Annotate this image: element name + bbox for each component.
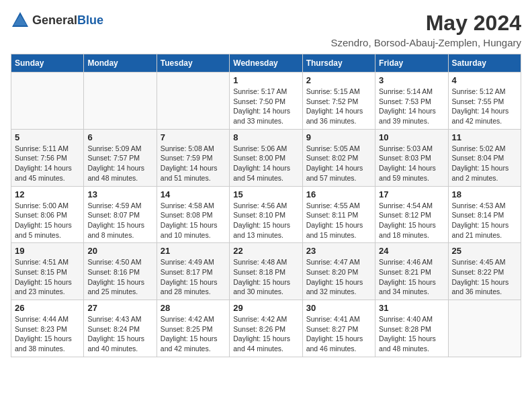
- cell-day-number: 5: [15, 132, 80, 142]
- cell-day-number: 29: [233, 303, 298, 313]
- cell-sun-info: Sunrise: 4:53 AMSunset: 8:14 PMDaylight:…: [452, 201, 517, 240]
- cell-sun-info: Sunrise: 5:11 AMSunset: 7:56 PMDaylight:…: [15, 144, 80, 183]
- cell-sun-info: Sunrise: 4:50 AMSunset: 8:16 PMDaylight:…: [87, 257, 152, 297]
- calendar-cell: 2Sunrise: 5:15 AMSunset: 7:52 PMDaylight…: [302, 73, 375, 130]
- cell-day-number: 4: [452, 75, 517, 85]
- calendar-cell: 30Sunrise: 4:41 AMSunset: 8:27 PMDayligh…: [302, 300, 375, 357]
- cell-sun-info: Sunrise: 4:58 AMSunset: 8:08 PMDaylight:…: [161, 201, 226, 240]
- calendar-cell: [11, 73, 84, 130]
- calendar-cell: 12Sunrise: 5:00 AMSunset: 8:06 PMDayligh…: [11, 186, 84, 243]
- cell-sun-info: Sunrise: 5:03 AMSunset: 8:03 PMDaylight:…: [379, 144, 444, 183]
- calendar-cell: 28Sunrise: 4:42 AMSunset: 8:25 PMDayligh…: [157, 300, 229, 357]
- cell-day-number: 15: [233, 189, 298, 199]
- calendar-cell: 17Sunrise: 4:54 AMSunset: 8:12 PMDayligh…: [375, 186, 448, 243]
- cell-day-number: 2: [306, 75, 371, 85]
- logo-icon: [11, 11, 30, 30]
- cell-sun-info: Sunrise: 5:05 AMSunset: 8:02 PMDaylight:…: [306, 144, 371, 183]
- cell-sun-info: Sunrise: 4:41 AMSunset: 8:27 PMDaylight:…: [306, 314, 371, 354]
- cell-sun-info: Sunrise: 4:48 AMSunset: 8:18 PMDaylight:…: [233, 257, 298, 297]
- calendar-cell: 23Sunrise: 4:47 AMSunset: 8:20 PMDayligh…: [302, 243, 375, 300]
- cell-sun-info: Sunrise: 5:14 AMSunset: 7:53 PMDaylight:…: [379, 87, 444, 126]
- calendar-cell: 29Sunrise: 4:42 AMSunset: 8:26 PMDayligh…: [230, 300, 302, 357]
- day-of-week-header: Monday: [84, 54, 157, 73]
- cell-sun-info: Sunrise: 5:06 AMSunset: 8:00 PMDaylight:…: [233, 144, 298, 183]
- cell-sun-info: Sunrise: 4:47 AMSunset: 8:20 PMDaylight:…: [306, 257, 371, 297]
- cell-day-number: 9: [306, 132, 371, 142]
- calendar-header-row: SundayMondayTuesdayWednesdayThursdayFrid…: [11, 54, 521, 73]
- calendar-cell: 20Sunrise: 4:50 AMSunset: 8:16 PMDayligh…: [84, 243, 157, 300]
- day-of-week-header: Sunday: [11, 54, 84, 73]
- cell-day-number: 26: [15, 303, 80, 313]
- cell-sun-info: Sunrise: 4:46 AMSunset: 8:21 PMDaylight:…: [379, 257, 444, 297]
- cell-day-number: 1: [233, 75, 298, 85]
- calendar-cell: 16Sunrise: 4:55 AMSunset: 8:11 PMDayligh…: [302, 186, 375, 243]
- cell-day-number: 11: [452, 132, 517, 142]
- cell-sun-info: Sunrise: 5:12 AMSunset: 7:55 PMDaylight:…: [452, 87, 517, 126]
- cell-sun-info: Sunrise: 5:08 AMSunset: 7:59 PMDaylight:…: [161, 144, 226, 183]
- calendar-cell: 1Sunrise: 5:17 AMSunset: 7:50 PMDaylight…: [230, 73, 302, 130]
- cell-day-number: 13: [87, 189, 152, 199]
- calendar-cell: 8Sunrise: 5:06 AMSunset: 8:00 PMDaylight…: [230, 129, 302, 186]
- calendar-cell: 21Sunrise: 4:49 AMSunset: 8:17 PMDayligh…: [157, 243, 229, 300]
- day-of-week-header: Saturday: [448, 54, 521, 73]
- cell-sun-info: Sunrise: 4:56 AMSunset: 8:10 PMDaylight:…: [233, 201, 298, 240]
- cell-day-number: 18: [452, 189, 517, 199]
- cell-day-number: 6: [87, 132, 152, 142]
- cell-sun-info: Sunrise: 4:55 AMSunset: 8:11 PMDaylight:…: [306, 201, 371, 240]
- cell-day-number: 16: [306, 189, 371, 199]
- calendar-cell: 15Sunrise: 4:56 AMSunset: 8:10 PMDayligh…: [230, 186, 302, 243]
- cell-sun-info: Sunrise: 4:49 AMSunset: 8:17 PMDaylight:…: [161, 257, 226, 297]
- cell-sun-info: Sunrise: 4:42 AMSunset: 8:26 PMDaylight:…: [233, 314, 298, 354]
- cell-day-number: 8: [233, 132, 298, 142]
- day-of-week-header: Thursday: [302, 54, 375, 73]
- calendar-cell: [157, 73, 229, 130]
- page-header: GeneralBlue May 2024 Szendro, Borsod-Aba…: [11, 11, 521, 48]
- calendar-cell: 25Sunrise: 4:45 AMSunset: 8:22 PMDayligh…: [448, 243, 521, 300]
- cell-day-number: 20: [87, 246, 152, 256]
- main-title: May 2024: [331, 11, 521, 36]
- calendar-cell: 18Sunrise: 4:53 AMSunset: 8:14 PMDayligh…: [448, 186, 521, 243]
- cell-day-number: 28: [161, 303, 226, 313]
- cell-day-number: 21: [161, 246, 226, 256]
- cell-day-number: 7: [161, 132, 226, 142]
- cell-day-number: 3: [379, 75, 444, 85]
- cell-sun-info: Sunrise: 4:51 AMSunset: 8:15 PMDaylight:…: [15, 257, 80, 297]
- calendar-week-row: 12Sunrise: 5:00 AMSunset: 8:06 PMDayligh…: [11, 186, 521, 243]
- cell-sun-info: Sunrise: 4:44 AMSunset: 8:23 PMDaylight:…: [15, 314, 80, 354]
- calendar-cell: [448, 300, 521, 357]
- calendar-cell: 6Sunrise: 5:09 AMSunset: 7:57 PMDaylight…: [84, 129, 157, 186]
- cell-day-number: 27: [87, 303, 152, 313]
- cell-day-number: 10: [379, 132, 444, 142]
- cell-day-number: 30: [306, 303, 371, 313]
- cell-day-number: 17: [379, 189, 444, 199]
- cell-day-number: 12: [15, 189, 80, 199]
- calendar-cell: 3Sunrise: 5:14 AMSunset: 7:53 PMDaylight…: [375, 73, 448, 130]
- cell-sun-info: Sunrise: 4:42 AMSunset: 8:25 PMDaylight:…: [161, 314, 226, 354]
- cell-sun-info: Sunrise: 4:45 AMSunset: 8:22 PMDaylight:…: [452, 257, 517, 297]
- cell-sun-info: Sunrise: 5:09 AMSunset: 7:57 PMDaylight:…: [87, 144, 152, 183]
- calendar-week-row: 5Sunrise: 5:11 AMSunset: 7:56 PMDaylight…: [11, 129, 521, 186]
- cell-sun-info: Sunrise: 4:43 AMSunset: 8:24 PMDaylight:…: [87, 314, 152, 354]
- cell-sun-info: Sunrise: 5:02 AMSunset: 8:04 PMDaylight:…: [452, 144, 517, 183]
- calendar-cell: 31Sunrise: 4:40 AMSunset: 8:28 PMDayligh…: [375, 300, 448, 357]
- subtitle: Szendro, Borsod-Abauj-Zemplen, Hungary: [331, 37, 521, 48]
- cell-sun-info: Sunrise: 4:54 AMSunset: 8:12 PMDaylight:…: [379, 201, 444, 240]
- cell-sun-info: Sunrise: 5:00 AMSunset: 8:06 PMDaylight:…: [15, 201, 80, 240]
- calendar-cell: 14Sunrise: 4:58 AMSunset: 8:08 PMDayligh…: [157, 186, 229, 243]
- calendar-cell: 26Sunrise: 4:44 AMSunset: 8:23 PMDayligh…: [11, 300, 84, 357]
- logo-general-text: GeneralBlue: [32, 13, 103, 28]
- calendar-cell: 9Sunrise: 5:05 AMSunset: 8:02 PMDaylight…: [302, 129, 375, 186]
- cell-day-number: 19: [15, 246, 80, 256]
- cell-sun-info: Sunrise: 4:40 AMSunset: 8:28 PMDaylight:…: [379, 314, 444, 354]
- calendar-week-row: 19Sunrise: 4:51 AMSunset: 8:15 PMDayligh…: [11, 243, 521, 300]
- calendar-cell: 22Sunrise: 4:48 AMSunset: 8:18 PMDayligh…: [230, 243, 302, 300]
- calendar-cell: 5Sunrise: 5:11 AMSunset: 7:56 PMDaylight…: [11, 129, 84, 186]
- calendar-cell: 7Sunrise: 5:08 AMSunset: 7:59 PMDaylight…: [157, 129, 229, 186]
- calendar-week-row: 26Sunrise: 4:44 AMSunset: 8:23 PMDayligh…: [11, 300, 521, 357]
- calendar-cell: 11Sunrise: 5:02 AMSunset: 8:04 PMDayligh…: [448, 129, 521, 186]
- cell-sun-info: Sunrise: 5:15 AMSunset: 7:52 PMDaylight:…: [306, 87, 371, 126]
- title-block: May 2024 Szendro, Borsod-Abauj-Zemplen, …: [331, 11, 521, 48]
- calendar-table: SundayMondayTuesdayWednesdayThursdayFrid…: [11, 54, 521, 357]
- calendar-cell: [84, 73, 157, 130]
- day-of-week-header: Wednesday: [230, 54, 302, 73]
